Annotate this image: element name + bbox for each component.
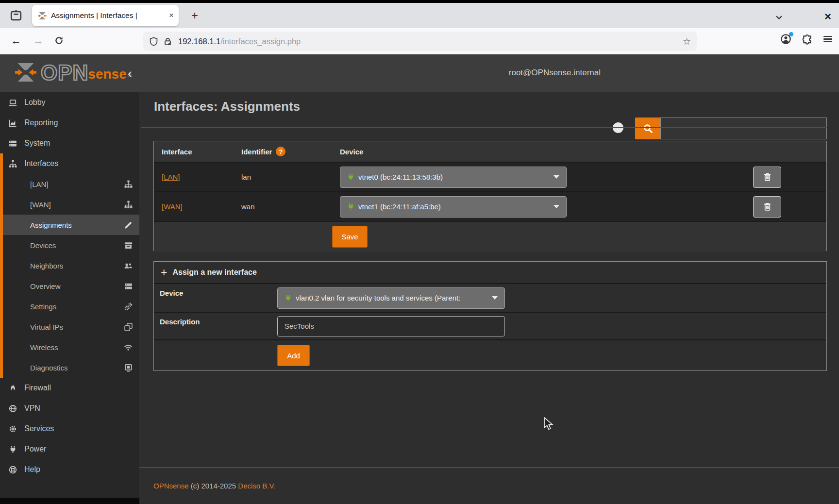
device-field-row: Device vlan0.2 vlan for security tools a… xyxy=(154,283,826,312)
save-button[interactable]: Save xyxy=(332,226,368,248)
identifier-value: wan xyxy=(241,202,255,211)
menu-hamburger-icon[interactable] xyxy=(823,34,832,44)
sitemap-icon xyxy=(124,201,133,209)
global-search-input[interactable] xyxy=(660,118,827,139)
tab-close-icon[interactable]: × xyxy=(169,11,174,20)
sidebar-item-wireless[interactable]: Wireless xyxy=(0,337,139,357)
sidebar-item-label: Firewall xyxy=(24,384,51,392)
opnsense-header: OPNsense® ‹ root@OPNsense.internal xyxy=(0,54,839,92)
description-input[interactable] xyxy=(277,316,505,336)
caret-down-icon xyxy=(492,296,498,300)
sidebar-item-label: Settings xyxy=(30,302,56,311)
server-icon xyxy=(124,282,133,290)
new-device-select[interactable]: vlan0.2 vlan for security tools and serv… xyxy=(277,287,505,309)
window-close-icon[interactable]: × xyxy=(824,10,831,23)
sidebar-item-reporting[interactable]: Reporting xyxy=(0,113,139,133)
sidebar-item-wan[interactable]: [WAN] xyxy=(0,194,139,215)
sidebar-item-vpn[interactable]: VPN xyxy=(0,398,139,419)
diagnostics-icon xyxy=(124,364,133,372)
sitemap-icon xyxy=(124,180,133,188)
globe-icon xyxy=(8,404,17,413)
sidebar-item-settings[interactable]: Settings xyxy=(0,296,139,317)
col-identifier: Identifier? xyxy=(234,147,332,156)
footer-deciso-link[interactable]: Deciso B.V. xyxy=(238,482,275,490)
tracking-shield-icon[interactable] xyxy=(149,37,158,46)
sidebar-item-lan[interactable]: [LAN] xyxy=(0,174,139,194)
col-interface-label: Interface xyxy=(162,148,192,156)
sidebar-item-label: Interfaces xyxy=(24,159,58,168)
sidebar-item-label: Help xyxy=(24,465,40,474)
sidebar-item-label: Devices xyxy=(30,241,56,250)
interface-link-lan[interactable]: [LAN] xyxy=(162,173,180,181)
sidebar-item-system[interactable]: System xyxy=(0,133,139,153)
plug-icon xyxy=(347,173,354,181)
sidebar-item-firewall[interactable]: Firewall xyxy=(0,378,139,398)
firefox-view-icon[interactable] xyxy=(8,7,24,24)
gear-icon xyxy=(8,425,17,433)
add-button[interactable]: Add xyxy=(277,345,310,366)
interface-link-wan[interactable]: [WAN] xyxy=(162,202,183,211)
footer-divider xyxy=(139,467,839,468)
list-tabs-chevron-icon[interactable] xyxy=(775,14,783,22)
forward-button: → xyxy=(33,34,44,47)
gears-icon xyxy=(124,302,133,311)
reload-button[interactable] xyxy=(54,36,64,45)
sidebar-item-overview[interactable]: Overview xyxy=(0,276,139,296)
sidebar-item-interfaces[interactable]: Interfaces xyxy=(0,153,139,174)
sidebar-item-power[interactable]: Power xyxy=(0,439,139,459)
sidebar-item-label: Wireless xyxy=(30,343,58,352)
help-question-icon[interactable]: ? xyxy=(276,147,285,156)
area-chart-icon xyxy=(8,119,17,127)
title-divider xyxy=(141,127,827,128)
footer-opnsense-link[interactable]: OPNsense xyxy=(153,482,189,490)
archive-box-icon xyxy=(124,241,133,250)
sidebar-item-lobby[interactable]: Lobby xyxy=(0,92,139,113)
browser-tab[interactable]: Assignments | Interfaces | × xyxy=(32,5,179,26)
sidebar-item-services[interactable]: Services xyxy=(0,419,139,439)
search-button[interactable] xyxy=(635,118,660,139)
sidebar-item-label: [WAN] xyxy=(30,201,51,209)
sidebar-item-label: Virtual IPs xyxy=(30,323,63,331)
lock-warning-icon[interactable] xyxy=(163,37,172,46)
back-button[interactable]: ← xyxy=(11,34,21,47)
sidebar-item-neighbors[interactable]: Neighbors xyxy=(0,255,139,276)
sidebar-item-devices[interactable]: Devices xyxy=(0,235,139,255)
caret-down-icon xyxy=(554,205,559,208)
logged-in-user[interactable]: root@OPNsense.internal xyxy=(509,68,601,78)
address-bar[interactable]: 192.168.1.1/interfaces_assign.php ☆ xyxy=(143,32,697,51)
sitemap-icon xyxy=(8,160,17,168)
sidebar-item-help[interactable]: Help xyxy=(0,459,139,480)
account-icon[interactable] xyxy=(780,34,791,45)
device-field-label: Device xyxy=(154,284,277,297)
mouse-cursor xyxy=(543,417,555,431)
new-device-select-value: vlan0.2 vlan for security tools and serv… xyxy=(296,294,460,302)
tab-favicon xyxy=(38,12,47,20)
sidebar-item-virtual-ips[interactable]: Virtual IPs xyxy=(0,317,139,337)
sidebar-collapse-chevron[interactable]: ‹ xyxy=(128,67,132,80)
browser-url-bar: ← → 192.168.1.1/interfaces_assign.php ☆ xyxy=(0,28,839,54)
delete-interface-button[interactable] xyxy=(753,167,781,188)
sidebar-item-label: Lobby xyxy=(24,98,46,107)
sidebar-item-assignments[interactable]: Assignments xyxy=(0,215,139,235)
opnsense-assignments-screen: { "browser": { "tab_title": "Assignments… xyxy=(0,0,839,504)
save-row: Save xyxy=(154,221,826,252)
laptop-icon xyxy=(8,99,17,107)
sidebar-item-label: System xyxy=(24,139,50,148)
device-select-lan[interactable]: vtnet0 (bc:24:11:13:58:3b) xyxy=(340,167,567,188)
col-identifier-label: Identifier xyxy=(241,148,272,156)
sidebar-item-diagnostics[interactable]: Diagnostics xyxy=(0,357,139,378)
device-select-wan[interactable]: vtnet1 (bc:24:11:af:a5:be) xyxy=(340,196,567,218)
table-row-wan: [WAN] wan vtnet1 (bc:24:11:af:a5:be) xyxy=(154,191,826,221)
server-icon xyxy=(8,139,17,148)
new-tab-button[interactable]: + xyxy=(191,9,198,22)
sidebar-item-label: Overview xyxy=(30,282,61,290)
assign-panel-header: + Assign a new interface xyxy=(154,262,826,283)
clone-icon xyxy=(124,323,133,331)
assign-panel-title: Assign a new interface xyxy=(172,268,256,277)
extensions-puzzle-icon[interactable] xyxy=(802,34,813,45)
opnsense-logo[interactable]: OPNsense® xyxy=(15,62,132,83)
bookmark-star-icon[interactable]: ☆ xyxy=(683,36,691,47)
sidebar-bottom-strip xyxy=(0,498,139,504)
delete-interface-button[interactable] xyxy=(753,196,781,218)
identifier-value: lan xyxy=(241,173,251,181)
